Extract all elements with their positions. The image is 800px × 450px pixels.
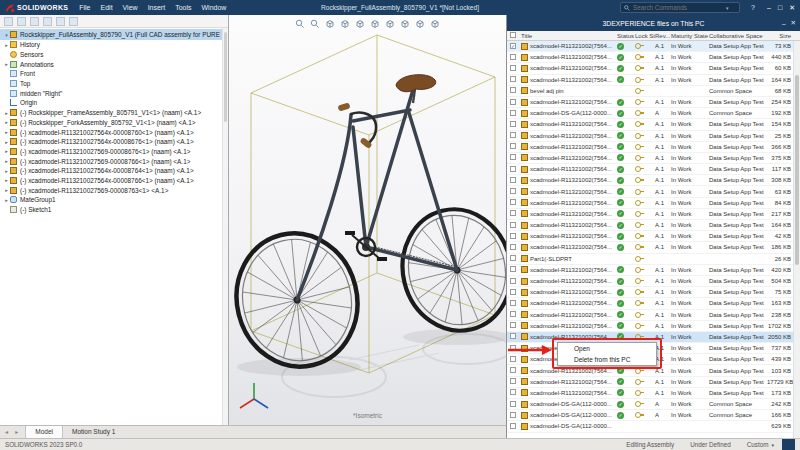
- display-style-icon[interactable]: [370, 18, 381, 29]
- row-checkbox[interactable]: [510, 210, 516, 216]
- column-header-size[interactable]: Size: [767, 33, 793, 39]
- tab-scroll-arrows[interactable]: ◄ ►: [0, 429, 25, 435]
- panel-tab-featuremanager[interactable]: [4, 17, 13, 26]
- table-row[interactable]: xcadmodel-R11321002(7564...✓A.1In WorkDa…: [507, 220, 800, 231]
- row-checkbox[interactable]: [510, 412, 516, 418]
- close-button[interactable]: ✕: [789, 4, 795, 12]
- panel-minimize-button[interactable]: –: [782, 20, 786, 27]
- column-header-rev[interactable]: Rev...: [655, 33, 671, 39]
- apply-scene-icon[interactable]: [415, 18, 426, 29]
- column-header-title[interactable]: Title: [521, 33, 617, 39]
- zoom-to-area-icon[interactable]: [310, 18, 321, 29]
- expander-icon[interactable]: ▸: [3, 119, 10, 125]
- row-checkbox[interactable]: [510, 222, 516, 228]
- edit-appearance-icon[interactable]: [400, 18, 411, 29]
- delete-from-this-pc-menu-item[interactable]: Delete from this PC: [558, 354, 656, 365]
- table-row[interactable]: xcadmodel-R11321002(7564...✓A.1In WorkDa…: [507, 231, 800, 242]
- tree-item[interactable]: Top: [0, 79, 228, 89]
- panel-tab-displaymanager[interactable]: [56, 17, 65, 26]
- table-row[interactable]: xcadmodel-R11321002(7564...✓A.1In WorkDa…: [507, 265, 800, 276]
- table-row[interactable]: xcadmodel-R11321002(7564...✓A.1In WorkDa…: [507, 63, 800, 74]
- view-orientation-icon[interactable]: [355, 18, 366, 29]
- table-row[interactable]: xcadmodel-R11321002(7564...✓A.1In WorkDa…: [507, 119, 800, 130]
- expander-icon[interactable]: ▸: [3, 197, 10, 203]
- tree-item[interactable]: ▸(-) xcadmodel-R113210027564x-00008760<1…: [0, 127, 228, 137]
- row-checkbox[interactable]: [510, 401, 516, 407]
- table-row[interactable]: xcadmodel-R11321002(7564...✓A.1In WorkDa…: [507, 131, 800, 142]
- row-checkbox[interactable]: [510, 177, 516, 183]
- row-checkbox[interactable]: [510, 322, 516, 328]
- menu-window[interactable]: Window: [197, 4, 230, 11]
- tree-item[interactable]: midden "Right": [0, 88, 228, 98]
- menu-edit[interactable]: Edit: [97, 4, 117, 11]
- expander-icon[interactable]: ▸: [3, 61, 10, 67]
- table-row[interactable]: xcadmodel-R11321002(7564...✓A.1In WorkDa…: [507, 97, 800, 108]
- table-row[interactable]: xcadmodel-R11321002(7564...✓A.1In WorkDa…: [507, 153, 800, 164]
- search-input[interactable]: [633, 4, 723, 11]
- tree-item[interactable]: (-) Sketch1: [0, 205, 228, 215]
- table-row[interactable]: xcadmodel-R11321002(7564...✓A.1In WorkDa…: [507, 164, 800, 175]
- panel-tab-propertymanager[interactable]: [17, 17, 26, 26]
- tree-item[interactable]: Origin: [0, 98, 228, 108]
- column-header-maturity-state[interactable]: Maturity State: [671, 33, 709, 39]
- zoom-fit-icon[interactable]: [295, 18, 306, 29]
- panel-close-button[interactable]: ✕: [791, 19, 796, 27]
- panel-tab-3dexperience[interactable]: [69, 17, 78, 26]
- table-row[interactable]: ✓xcadmodel-R11321002(7564...✓A.1In WorkD…: [507, 41, 800, 52]
- row-checkbox[interactable]: [510, 333, 516, 339]
- table-row[interactable]: xcadmodel-R11321002(7564...✓A.1In WorkDa…: [507, 175, 800, 186]
- expander-icon[interactable]: ▸: [3, 129, 10, 135]
- tree-item[interactable]: Sensors: [0, 50, 228, 60]
- menu-view[interactable]: View: [119, 4, 142, 11]
- bicycle-model[interactable]: [229, 15, 506, 425]
- tree-item[interactable]: ▸(-) Rockskipper_FrameAssembly_805791_V1…: [0, 108, 228, 118]
- table-row[interactable]: xcadmodel-R11321002(7564...✓A.1In WorkDa…: [507, 142, 800, 153]
- menu-tools[interactable]: Tools: [171, 4, 195, 11]
- row-checkbox[interactable]: [510, 199, 516, 205]
- menu-insert[interactable]: Insert: [144, 4, 170, 11]
- table-row[interactable]: xcadmodel-DS-GA(112-0000...✓AIn WorkComm…: [507, 410, 800, 421]
- model-viewport[interactable]: *Isometric: [229, 15, 506, 425]
- row-checkbox[interactable]: [510, 65, 516, 71]
- expander-icon[interactable]: ▸: [3, 177, 10, 183]
- column-header-collaborative-space[interactable]: Collaborative Space: [709, 33, 767, 39]
- table-row[interactable]: xcadmodel-R11321002(7564...✓A.1In WorkDa…: [507, 75, 800, 86]
- row-checkbox[interactable]: [510, 132, 516, 138]
- row-checkbox[interactable]: [510, 255, 516, 261]
- row-checkbox[interactable]: [510, 121, 516, 127]
- expander-icon[interactable]: ▸: [3, 42, 10, 48]
- help-icon[interactable]: ?: [751, 4, 755, 11]
- table-row[interactable]: xcadmodel-R11321002(7564...✓A.1In WorkDa…: [507, 298, 800, 309]
- table-row[interactable]: xcadmodel-R11321002(7564...✓A.1In WorkDa…: [507, 276, 800, 287]
- row-checkbox[interactable]: [510, 54, 516, 60]
- search-box[interactable]: ▾: [620, 2, 740, 13]
- row-checkbox[interactable]: ✓: [510, 43, 516, 49]
- expander-icon[interactable]: ▸: [3, 158, 10, 164]
- table-row[interactable]: xcadmodel-DS-GA(112-0000...✓AIn WorkComm…: [507, 108, 800, 119]
- tree-item[interactable]: ▸(-) xcadmodel-R113210027564x-00008764<1…: [0, 166, 228, 176]
- row-checkbox[interactable]: [510, 143, 516, 149]
- tree-item[interactable]: ▸(-) xcadmodel-R113210027569-00008766<1>…: [0, 156, 228, 166]
- menu-file[interactable]: File: [75, 4, 94, 11]
- table-row[interactable]: xcadmodel-R11321002(7564...✓A.1In WorkDa…: [507, 52, 800, 63]
- expander-icon[interactable]: ▸: [3, 187, 10, 193]
- open-menu-item[interactable]: Open: [558, 343, 656, 354]
- tree-root-item[interactable]: ▾ Rockskipper_FullAssembly_805790_V1 (Fu…: [0, 29, 228, 40]
- select-all-checkbox[interactable]: [510, 32, 516, 38]
- expander-icon[interactable]: ▸: [3, 139, 10, 145]
- tree-item[interactable]: ▸(-) xcadmodel-R113210027569-00008763<1>…: [0, 185, 228, 195]
- view-settings-icon[interactable]: [430, 18, 441, 29]
- row-checkbox[interactable]: [510, 300, 516, 306]
- tab-motion-study-1[interactable]: Motion Study 1: [63, 426, 124, 438]
- table-row[interactable]: xcadmodel-DS-GA(112-0000...✓AIn WorkComm…: [507, 399, 800, 410]
- tree-item[interactable]: ▸(-) xcadmodel-R113210027564x-00008766<1…: [0, 176, 228, 186]
- table-row[interactable]: bevel adj pinCommon Space68 KB: [507, 86, 800, 97]
- minimize-button[interactable]: –: [767, 4, 771, 12]
- table-row[interactable]: xcadmodel-R11321002(7564...✓A.1In WorkDa…: [507, 365, 800, 376]
- row-checkbox[interactable]: [510, 188, 516, 194]
- table-row[interactable]: xcadmodel-R11321002(7564...✓A.1In WorkDa…: [507, 186, 800, 197]
- custom-dropdown[interactable]: Custom ▾: [747, 441, 774, 448]
- panel-tab-dimxpertmanager[interactable]: [43, 17, 52, 26]
- tree-scrollbar[interactable]: [222, 28, 228, 425]
- table-scrollbar[interactable]: [793, 41, 800, 438]
